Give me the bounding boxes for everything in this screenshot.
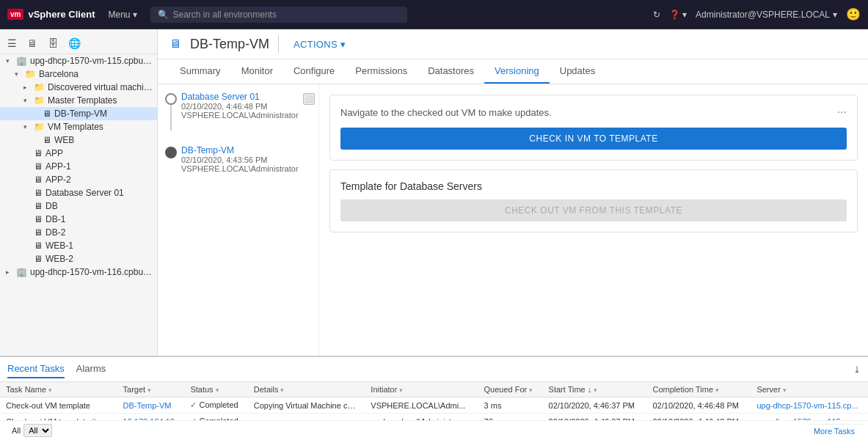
tree-item-app[interactable]: 🖥 APP: [0, 147, 157, 160]
tree-label: DB: [45, 201, 58, 211]
task-server-1[interactable]: upg-dhcp-1570-vm-115.cp...: [751, 397, 868, 414]
monitor-icon[interactable]: 🖥: [26, 36, 39, 51]
task-status-1: ✓ Completed: [184, 397, 247, 414]
tab-permissions[interactable]: Permissions: [345, 59, 417, 84]
tree-label: Discovered virtual machine: [48, 82, 153, 92]
tab-versioning[interactable]: Versioning: [484, 59, 550, 84]
tab-monitor[interactable]: Monitor: [231, 59, 283, 84]
version-node-2[interactable]: [165, 147, 177, 158]
more-tasks-link[interactable]: More Tasks: [806, 424, 862, 438]
vm-icon: 🖥: [34, 175, 43, 185]
tree-item-upg2[interactable]: ▸ 🏢 upg-dhcp-1570-vm-116.cpbu.lab: [0, 265, 157, 279]
col-details[interactable]: Details ▾: [248, 382, 365, 397]
tree-item-app2[interactable]: 🖥 APP-2: [0, 173, 157, 186]
col-target[interactable]: Target ▾: [117, 382, 185, 397]
tree-item-web[interactable]: 🖥 WEB: [0, 133, 157, 147]
task-target-1[interactable]: DB-Temp-VM: [117, 397, 185, 414]
col-status[interactable]: Status ▾: [184, 382, 247, 397]
col-initiator[interactable]: Initiator ▾: [365, 382, 478, 397]
bottom-tab-alarms[interactable]: Alarms: [76, 360, 106, 378]
tree-item-db-server01[interactable]: 🖥 Database Server 01: [0, 186, 157, 199]
chevron-down-icon: ▾: [833, 10, 837, 20]
task-details-2: [248, 414, 365, 421]
vm-icon: 🖥: [34, 241, 43, 251]
network-icon[interactable]: 🌐: [67, 36, 82, 51]
tab-summary[interactable]: Summary: [169, 59, 231, 84]
all-select[interactable]: All: [23, 424, 52, 437]
col-completion[interactable]: Completion Time ▾: [646, 382, 751, 397]
page-title: DB-Temp-VM: [190, 37, 269, 52]
chevron-right-icon: ▸: [6, 268, 13, 276]
tree-item-web1[interactable]: 🖥 WEB-1: [0, 239, 157, 252]
folder-icon: 📁: [34, 95, 45, 106]
tree-label: DB-Temp-VM: [54, 109, 107, 119]
server-link-1[interactable]: upg-dhcp-1570-vm-115.cp...: [756, 401, 858, 410]
filter-select-area: All All: [6, 422, 58, 439]
help-button[interactable]: ❓ ▾: [669, 10, 687, 20]
content-area: 🖥 DB-Temp-VM ACTIONS ▾ Summary Monitor C…: [158, 29, 868, 356]
col-start-time[interactable]: Start Time ↓ ▾: [543, 382, 647, 397]
tree-label: upg-dhcp-1570-vm-115.cpbu.lab: [30, 56, 153, 66]
task-initiator-1: VSPHERE.LOCAL\Admi...: [365, 397, 478, 414]
tab-configure[interactable]: Configure: [283, 59, 345, 84]
folder-icon: 📁: [25, 69, 36, 79]
col-task-name[interactable]: Task Name ▾: [0, 382, 117, 397]
tab-updates[interactable]: Updates: [550, 59, 605, 84]
checkin-card: Navigate to the checked out VM to make u…: [329, 95, 858, 161]
tree-label: Database Server 01: [45, 188, 124, 198]
tree-item-db1[interactable]: 🖥 DB-1: [0, 213, 157, 226]
version-detail: Navigate to the checked out VM to make u…: [319, 84, 868, 356]
search-bar[interactable]: 🔍 Search in all environments: [150, 7, 407, 23]
tree-item-vm-templates[interactable]: ▾ 📁 VM Templates: [0, 120, 157, 133]
checkout-card: Template for Database Servers CHECK OUT …: [329, 169, 858, 232]
bottom-panel: Recent Tasks Alarms ⤓ Task Name ▾ Target…: [0, 356, 868, 440]
vm-icon: 🖥: [34, 148, 43, 158]
actions-label: ACTIONS: [293, 39, 338, 50]
list-view-icon[interactable]: ☰: [6, 36, 18, 51]
tree-item-db-temp-vm[interactable]: 🖥 DB-Temp-VM: [0, 107, 157, 120]
col-server[interactable]: Server ▾: [751, 382, 868, 397]
vm-icon: 🖥: [34, 227, 43, 238]
version-name-2[interactable]: DB-Temp-VM: [181, 145, 311, 155]
tree-item-app1[interactable]: 🖥 APP-1: [0, 160, 157, 173]
more-options-icon[interactable]: ···: [837, 106, 847, 119]
task-table: Task Name ▾ Target ▾ Status ▾ Details ▾ …: [0, 382, 868, 420]
collapse-icon[interactable]: ⤓: [853, 364, 861, 375]
vm-logo: vm: [7, 9, 23, 20]
checkin-button[interactable]: CHECK IN VM TO TEMPLATE: [340, 128, 847, 150]
version-node-1[interactable]: [165, 93, 177, 105]
task-target-2[interactable]: 10.173.184.12: [117, 414, 185, 421]
versioning-content: Database Server 01 02/10/2020, 4:46:48 P…: [158, 84, 868, 356]
version-info-1: Database Server 01 02/10/2020, 4:46:48 P…: [181, 92, 299, 120]
actions-button[interactable]: ACTIONS ▾: [288, 36, 351, 53]
tree-item-db2[interactable]: 🖥 DB-2: [0, 226, 157, 239]
tree-item-master-templates[interactable]: ▾ 📁 Master Templates: [0, 94, 157, 107]
storage-icon[interactable]: 🗄: [46, 36, 59, 51]
col-queued[interactable]: Queued For ▾: [478, 382, 543, 397]
bottom-tabs-bar: Recent Tasks Alarms ⤓: [0, 357, 868, 382]
tree-item-web2[interactable]: 🖥 WEB-2: [0, 252, 157, 265]
tree-item-upg1[interactable]: ▾ 🏢 upg-dhcp-1570-vm-115.cpbu.lab: [0, 54, 157, 67]
tree-item-barcelona[interactable]: ▾ 📁 Barcelona: [0, 67, 157, 81]
feedback-icon[interactable]: 🙂: [846, 7, 861, 21]
tree-label: WEB-2: [45, 254, 73, 264]
search-icon: 🔍: [158, 10, 169, 20]
bottom-tab-recent-tasks[interactable]: Recent Tasks: [7, 360, 65, 378]
task-server-2[interactable]: upg-dhcp-1570-vm-115.cp...: [751, 414, 868, 421]
chevron-down-icon: ▾: [23, 97, 31, 104]
tab-datastores[interactable]: Datastores: [417, 59, 484, 84]
refresh-icon[interactable]: ↻: [653, 10, 660, 20]
app-title: vSphere Client: [28, 9, 95, 20]
navbar: vm vSphere Client Menu ▾ 🔍 Search in all…: [0, 0, 868, 29]
tree-item-discovered[interactable]: ▸ 📁 Discovered virtual machine: [0, 81, 157, 94]
tree-item-db[interactable]: 🖥 DB: [0, 199, 157, 213]
version-name-1[interactable]: Database Server 01: [181, 92, 299, 102]
content-header: 🖥 DB-Temp-VM ACTIONS ▾: [158, 29, 868, 59]
menu-button[interactable]: Menu ▾: [102, 7, 142, 23]
user-menu[interactable]: Administrator@VSPHERE.LOCAL ▾: [696, 10, 837, 20]
checkout-icon-1[interactable]: ⬜: [303, 93, 315, 105]
target-link-1[interactable]: DB-Temp-VM: [123, 401, 172, 410]
task-name-1: Check-out VM template: [0, 397, 117, 414]
sort-icon: ▾: [594, 386, 597, 394]
sort-icon: ▾: [48, 386, 52, 394]
